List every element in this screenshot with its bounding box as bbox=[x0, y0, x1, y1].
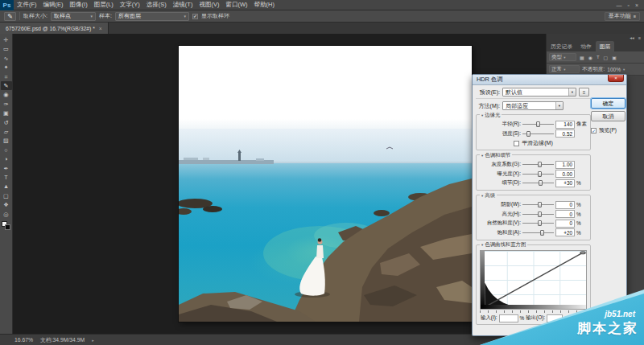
preset-row: 预设(E): 默认值 ▾ ≡ bbox=[476, 88, 591, 97]
tone-detail-title[interactable]: ▾ 色调和细节 bbox=[480, 152, 512, 159]
dialog-button-column: 确定 取消 ✓ 预览(P) bbox=[591, 98, 625, 134]
edge-glow-title[interactable]: ▾ 边缘光 bbox=[480, 112, 502, 119]
vibrance-slider[interactable] bbox=[522, 220, 554, 227]
menu-file[interactable]: 文件(F) bbox=[14, 1, 40, 9]
collapse-panels-icon[interactable]: ◂◂ bbox=[630, 35, 634, 40]
toning-curve-title[interactable]: ▾ 色调曲线和直方图 bbox=[480, 241, 527, 248]
status-menu-icon[interactable]: ▸ bbox=[92, 338, 94, 343]
filter-type-icon[interactable]: T bbox=[596, 55, 601, 60]
lasso-tool[interactable]: ∿ bbox=[1, 54, 12, 63]
history-brush-tool[interactable]: ↺ bbox=[1, 118, 12, 127]
strength-slider[interactable] bbox=[522, 130, 554, 138]
exposure-value[interactable]: 0.00 bbox=[555, 170, 575, 178]
crop-tool[interactable]: ⌗ bbox=[1, 72, 12, 81]
panel-menu-icon[interactable]: ≡ bbox=[638, 35, 641, 40]
blend-mode-dropdown[interactable]: 正常 ▾ bbox=[549, 65, 580, 73]
radius-slider[interactable] bbox=[522, 121, 554, 128]
ok-button[interactable]: 确定 bbox=[591, 98, 625, 109]
highlight-slider[interactable] bbox=[522, 211, 554, 218]
tab-layers[interactable]: 图层 bbox=[596, 41, 615, 51]
shadow-slider-row: 阴影(W): 0 % bbox=[479, 201, 588, 209]
document-title: 6757260E.psd @ 16.7%(RGB/32#) * bbox=[6, 26, 95, 31]
saturation-value[interactable]: +20 bbox=[555, 228, 575, 236]
brush-tool[interactable]: ✑ bbox=[1, 100, 12, 109]
restore-button[interactable]: ▫ bbox=[627, 2, 629, 8]
menu-type[interactable]: 文字(Y) bbox=[117, 1, 143, 9]
vibrance-value[interactable]: 0 bbox=[555, 220, 575, 228]
pen-tool[interactable]: ✒ bbox=[1, 163, 12, 172]
move-tool[interactable]: ✛ bbox=[1, 35, 12, 44]
cancel-button[interactable]: 取消 bbox=[591, 111, 625, 121]
close-tab-icon[interactable]: × bbox=[99, 26, 102, 31]
show-sampling-ring-checkbox[interactable]: ✓ bbox=[192, 14, 198, 19]
preview-checkbox[interactable]: ✓ bbox=[591, 128, 597, 133]
clone-stamp-tool[interactable]: ▣ bbox=[1, 109, 12, 117]
advanced-title[interactable]: ▾ 高级 bbox=[480, 192, 497, 199]
menu-select[interactable]: 选择(S) bbox=[143, 1, 170, 9]
sample-size-label: 取样大小: bbox=[23, 12, 47, 20]
path-select-tool[interactable]: ▲ bbox=[1, 182, 12, 191]
color-swatches[interactable] bbox=[2, 221, 10, 230]
filter-smartobject-icon[interactable]: ▣ bbox=[611, 55, 617, 60]
document-tab[interactable]: 6757260E.psd @ 16.7%(RGB/32#) * × bbox=[0, 23, 109, 34]
menu-view[interactable]: 视图(V) bbox=[196, 1, 222, 9]
quick-selection-tool[interactable]: ✦ bbox=[1, 63, 12, 72]
healing-brush-tool[interactable]: ◉ bbox=[1, 90, 12, 99]
background-color[interactable] bbox=[5, 224, 10, 230]
workspace-switcher[interactable]: 基本功能 ≡ bbox=[605, 12, 640, 21]
filter-adjustment-icon[interactable]: ◉ bbox=[588, 55, 593, 60]
photo-document[interactable] bbox=[179, 46, 472, 322]
chevron-down-icon: ▾ bbox=[623, 68, 625, 72]
eyedropper-tool-icon[interactable]: ✎ bbox=[4, 12, 16, 21]
sample-dropdown[interactable]: 所有图层 ▾ bbox=[115, 12, 189, 21]
photoshop-window: Ps 文件(F) 编辑(E) 图像(I) 图层(L) 文字(Y) 选择(S) 滤… bbox=[0, 0, 644, 345]
smooth-edges-checkbox[interactable] bbox=[514, 141, 519, 146]
zoom-level[interactable]: 16.67% bbox=[14, 337, 33, 343]
layer-filter-dropdown[interactable]: 类型 ▾ bbox=[549, 53, 576, 61]
menu-edit[interactable]: 编辑(E) bbox=[40, 1, 67, 9]
close-button[interactable]: × bbox=[635, 2, 638, 8]
chevron-down-icon: ▾ bbox=[568, 88, 576, 96]
eyedropper-tool[interactable]: ✎ bbox=[1, 81, 12, 90]
dialog-title-bar[interactable]: HDR 色调 × bbox=[473, 75, 626, 85]
detail-value[interactable]: +30 bbox=[555, 179, 575, 187]
minimize-button[interactable]: — bbox=[616, 2, 621, 8]
dialog-close-button[interactable]: × bbox=[608, 75, 624, 82]
filter-shape-icon[interactable]: ▢ bbox=[603, 55, 609, 60]
preset-dropdown[interactable]: 默认值 ▾ bbox=[502, 88, 576, 97]
shape-tool[interactable]: ▢ bbox=[1, 191, 12, 200]
gamma-slider[interactable] bbox=[522, 161, 554, 168]
blur-tool[interactable]: ○ bbox=[1, 146, 12, 154]
marquee-tool[interactable]: ▭ bbox=[1, 44, 12, 53]
radius-value[interactable]: 140 bbox=[555, 121, 575, 129]
gamma-value[interactable]: 1.00 bbox=[555, 161, 575, 169]
tab-actions[interactable]: 动作 bbox=[576, 41, 596, 51]
panel-tab-bar: 历史记录 动作 图层 bbox=[547, 42, 644, 51]
menu-image[interactable]: 图像(I) bbox=[67, 1, 91, 9]
hand-tool[interactable]: ❖ bbox=[1, 200, 12, 209]
zoom-tool[interactable]: ◎ bbox=[1, 209, 12, 218]
type-tool[interactable]: T bbox=[1, 173, 12, 182]
method-dropdown[interactable]: 局部适应 ▾ bbox=[502, 101, 564, 110]
tool-options-bar: ✎ 取样大小: 取样点 ▾ 样本: 所有图层 ▾ ✓ 显示取样环 基本功能 ≡ bbox=[0, 10, 644, 23]
tab-history[interactable]: 历史记录 bbox=[547, 41, 576, 51]
menu-filter[interactable]: 滤镜(T) bbox=[170, 1, 196, 9]
gradient-tool[interactable]: ▨ bbox=[1, 136, 12, 145]
detail-slider[interactable] bbox=[522, 179, 554, 187]
photo-detail-layer bbox=[179, 46, 472, 322]
shadow-value[interactable]: 0 bbox=[555, 201, 575, 209]
sample-size-dropdown[interactable]: 取样点 ▾ bbox=[51, 12, 96, 21]
opacity-value[interactable]: 100% bbox=[607, 67, 621, 72]
eraser-tool[interactable]: ▱ bbox=[1, 127, 12, 136]
menu-help[interactable]: 帮助(H) bbox=[251, 1, 278, 9]
menu-layer[interactable]: 图层(L) bbox=[91, 1, 117, 9]
exposure-slider[interactable] bbox=[522, 170, 554, 178]
dodge-tool[interactable]: ◑ bbox=[1, 154, 12, 163]
strength-value[interactable]: 0.52 bbox=[555, 129, 575, 138]
filter-pixel-icon[interactable]: ▦ bbox=[579, 55, 585, 60]
highlight-value[interactable]: 0 bbox=[555, 210, 575, 218]
preset-options-button[interactable]: ≡ bbox=[579, 88, 589, 97]
saturation-slider[interactable] bbox=[522, 229, 554, 236]
shadow-slider[interactable] bbox=[522, 201, 554, 208]
menu-window[interactable]: 窗口(W) bbox=[222, 1, 250, 9]
